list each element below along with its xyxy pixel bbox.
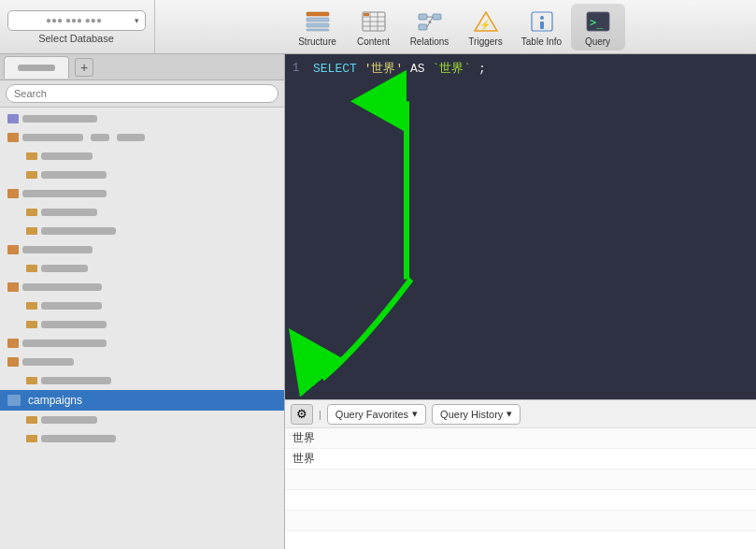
sidebar-tab-1[interactable] xyxy=(4,56,69,79)
list-item[interactable] xyxy=(0,353,284,371)
list-item[interactable] xyxy=(0,166,284,184)
structure-button[interactable]: Structure xyxy=(291,4,345,51)
svg-rect-2 xyxy=(307,23,329,27)
svg-rect-10 xyxy=(364,13,369,16)
query-editor[interactable]: 1 SELECT '世界' AS `世界` ; xyxy=(285,54,756,399)
svg-rect-21 xyxy=(540,22,544,29)
svg-rect-3 xyxy=(307,29,329,31)
svg-text:⚡: ⚡ xyxy=(479,19,492,31)
list-item[interactable] xyxy=(0,259,284,278)
structure-label: Structure xyxy=(298,36,336,47)
sidebar-search-input[interactable] xyxy=(6,84,278,103)
list-item[interactable] xyxy=(0,184,284,203)
line-number: 1 xyxy=(292,60,299,78)
content-icon xyxy=(361,8,387,35)
sidebar-item-campaigns[interactable]: campaigns xyxy=(0,390,284,411)
list-item[interactable] xyxy=(0,240,284,259)
svg-rect-0 xyxy=(307,12,329,16)
list-item[interactable] xyxy=(0,109,284,128)
result-cell-1: 世界 xyxy=(292,430,315,446)
relations-icon xyxy=(417,8,443,35)
green-arrows-overlay xyxy=(285,54,756,399)
result-row-5 xyxy=(285,511,756,531)
main: + xyxy=(0,54,756,549)
query-as: AS xyxy=(410,62,432,76)
content-label: Content xyxy=(357,36,390,47)
list-item[interactable] xyxy=(0,334,284,353)
result-row-2: 世界 xyxy=(285,449,756,470)
gear-icon: ⚙ xyxy=(296,407,307,421)
table-info-label: Table Info xyxy=(521,36,562,47)
structure-icon xyxy=(305,8,331,35)
list-item[interactable] xyxy=(0,315,284,334)
db-selector-arrow-icon: ▾ xyxy=(135,16,139,25)
result-row-3 xyxy=(285,470,756,490)
query-alias: `世界` xyxy=(432,62,471,76)
query-semi: ; xyxy=(478,62,486,76)
toolbar: ●●● ●●● ●●● ▾ Select Database Structure xyxy=(0,0,756,54)
svg-point-16 xyxy=(428,21,431,23)
query-button[interactable]: >_ Query xyxy=(571,4,625,51)
sidebar-tabs: + xyxy=(0,54,284,80)
results-rows: 世界 世界 xyxy=(285,428,756,549)
svg-rect-12 xyxy=(433,14,441,20)
db-selector[interactable]: ●●● ●●● ●●● ▾ xyxy=(7,10,146,31)
relations-label: Relations xyxy=(410,36,449,47)
svg-rect-13 xyxy=(419,24,427,30)
query-code[interactable]: SELECT '世界' AS `世界` ; xyxy=(313,60,749,79)
query-history-dropdown[interactable]: Query History ▾ xyxy=(432,404,521,425)
svg-rect-1 xyxy=(307,18,329,22)
gear-button[interactable]: ⚙ xyxy=(291,404,313,425)
triggers-icon: ⚡ xyxy=(473,8,499,35)
campaigns-label: campaigns xyxy=(28,394,82,407)
list-item[interactable] xyxy=(0,371,284,390)
svg-text:>_: >_ xyxy=(590,16,604,29)
result-row-4 xyxy=(285,490,756,511)
result-cell-2: 世界 xyxy=(292,451,315,467)
select-db-label: Select Database xyxy=(38,33,114,44)
query-label: Query xyxy=(585,36,610,47)
sidebar-add-button[interactable]: + xyxy=(75,58,93,77)
list-item[interactable] xyxy=(0,203,284,222)
content-button[interactable]: Content xyxy=(347,4,401,51)
query-history-arrow-icon: ▾ xyxy=(506,408,512,420)
table-info-icon xyxy=(529,8,555,35)
results-area: 世界 世界 xyxy=(285,427,756,549)
table-info-button[interactable]: Table Info xyxy=(515,4,569,51)
list-item[interactable] xyxy=(0,278,284,296)
svg-point-20 xyxy=(540,16,544,20)
content-area: 1 SELECT '世界' AS `世界` ; xyxy=(285,54,756,549)
svg-rect-11 xyxy=(419,14,427,20)
sidebar-list: campaigns xyxy=(0,108,284,549)
query-favorites-arrow-icon: ▾ xyxy=(412,408,418,420)
list-item[interactable] xyxy=(0,296,284,315)
query-favorites-dropdown[interactable]: Query Favorites ▾ xyxy=(327,404,426,425)
query-favorites-label: Query Favorites xyxy=(335,409,408,420)
list-item[interactable] xyxy=(0,128,284,147)
bottom-bar: ⚙ | Query Favorites ▾ Query History ▾ xyxy=(285,399,756,427)
query-string: '世界' xyxy=(364,62,404,76)
pipe-separator: | xyxy=(319,409,321,420)
db-selector-text: ●●● ●●● ●●● xyxy=(14,15,135,25)
list-item[interactable] xyxy=(0,147,284,166)
list-item[interactable] xyxy=(0,429,284,448)
list-item[interactable] xyxy=(0,222,284,240)
list-item[interactable] xyxy=(0,411,284,429)
relations-button[interactable]: Relations xyxy=(403,4,457,51)
triggers-button[interactable]: ⚡ Triggers xyxy=(459,4,513,51)
sidebar-search-container xyxy=(0,80,284,108)
sidebar: + xyxy=(0,54,285,549)
query-history-label: Query History xyxy=(440,409,503,420)
query-icon: >_ xyxy=(585,8,611,35)
toolbar-actions: Structure Content xyxy=(155,4,750,51)
keyword-select: SELECT xyxy=(313,62,357,76)
result-row-1: 世界 xyxy=(285,428,756,449)
triggers-label: Triggers xyxy=(468,36,502,47)
toolbar-left: ●●● ●●● ●●● ▾ Select Database xyxy=(6,0,155,53)
